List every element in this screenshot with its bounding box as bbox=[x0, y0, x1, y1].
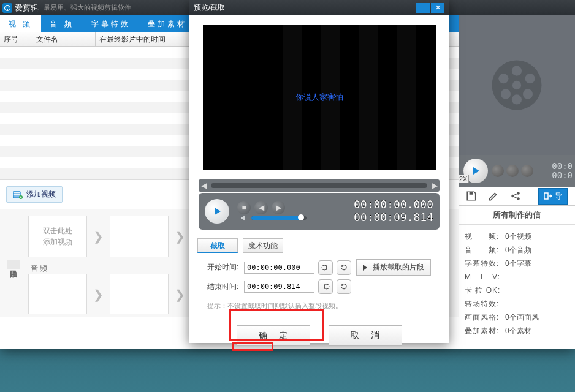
dialog-timecode: 00:00:00.00000:00:09.814 bbox=[354, 198, 433, 224]
add-video-button[interactable]: 添加视频 bbox=[6, 186, 63, 203]
dialog-title: 预览/截取 bbox=[194, 2, 225, 13]
preview-controls: 2X 00:000:0 bbox=[459, 155, 575, 187]
tab-subtitle-fx[interactable]: 字幕特效 bbox=[83, 15, 139, 32]
close-button[interactable]: ✕ bbox=[431, 3, 444, 13]
svg-point-19 bbox=[517, 197, 520, 200]
info-title: 所有制作的信 bbox=[459, 206, 575, 225]
app-title: 爱剪辑 bbox=[15, 2, 39, 13]
scroll-right-icon[interactable]: ▶ bbox=[430, 181, 440, 190]
timeline-side-label: 已添加片段 bbox=[6, 216, 20, 314]
subtab-magic[interactable]: 魔术功能 bbox=[243, 238, 283, 253]
info-row: 字幕特效:0个字幕 bbox=[465, 257, 569, 270]
chevron-icon: ❯ bbox=[175, 287, 185, 302]
scroll-left-icon[interactable]: ◀ bbox=[199, 181, 208, 190]
info-body: 视 频:0个视频 音 频:0个音频 字幕特效:0个字幕 M T V: 卡 拉 O… bbox=[459, 225, 575, 349]
right-panel: 2X 00:000:0 导 所有制作的信 视 频:0个视频 音 频:0个音频 字… bbox=[459, 15, 575, 349]
minimize-button[interactable]: — bbox=[416, 3, 430, 13]
app-logo-icon bbox=[2, 3, 12, 13]
video-slot[interactable]: 双击此处添加视频 bbox=[28, 216, 87, 257]
chevron-icon: ❯ bbox=[175, 229, 185, 244]
zoom-badge[interactable]: 2X bbox=[459, 175, 469, 183]
app-subtitle: 最易用、强大的视频剪辑软件 bbox=[44, 3, 131, 12]
volume-control[interactable] bbox=[240, 214, 307, 222]
play-segment-button[interactable]: 播放截取的片段 bbox=[356, 259, 431, 276]
info-row: 卡 拉 OK: bbox=[465, 284, 569, 297]
scroll-track[interactable] bbox=[211, 183, 427, 188]
tab-overlay[interactable]: 叠加素材 bbox=[139, 15, 196, 32]
reset-start-button[interactable] bbox=[337, 260, 351, 275]
audio-slot[interactable] bbox=[28, 274, 87, 314]
svg-point-14 bbox=[501, 89, 511, 99]
ok-button[interactable]: 确 定 bbox=[237, 325, 310, 346]
svg-point-21 bbox=[324, 284, 329, 289]
svg-point-20 bbox=[322, 265, 327, 270]
dialog-preview-video[interactable]: 你说人家害怕 bbox=[203, 25, 436, 170]
preview-placeholder bbox=[459, 15, 575, 155]
preview-subtitle: 你说人家害怕 bbox=[295, 92, 343, 103]
dialog-play-controls: ■ ◀ ▶ 00:00:00.00000:00:09.814 bbox=[199, 193, 440, 230]
export-button[interactable]: 导 bbox=[538, 188, 568, 205]
svg-point-3 bbox=[7, 9, 8, 10]
info-row: 叠加素材:0个素材 bbox=[465, 324, 569, 337]
preview-clip-dialog: 预览/截取 — ✕ 你说人家害怕 ◀ ▶ ■ ◀ ▶ 0 bbox=[189, 0, 449, 343]
mark-start-button[interactable] bbox=[318, 260, 333, 275]
start-time-label: 开始时间: bbox=[207, 262, 244, 273]
tab-audio[interactable]: 音 频 bbox=[41, 15, 82, 32]
dialog-hint: 提示：不设置截取时间则默认插入整段视频。 bbox=[189, 300, 449, 312]
prev-frame-button[interactable] bbox=[506, 165, 519, 177]
speaker-icon bbox=[240, 214, 249, 222]
svg-point-11 bbox=[512, 94, 522, 104]
svg-point-2 bbox=[8, 6, 9, 7]
svg-rect-16 bbox=[470, 192, 473, 195]
chevron-icon: ❯ bbox=[93, 229, 104, 244]
film-plus-icon bbox=[13, 190, 23, 200]
next-frame-button[interactable] bbox=[521, 165, 533, 177]
video-slot[interactable] bbox=[110, 216, 169, 257]
subtab-clip[interactable]: 截取 bbox=[197, 238, 238, 253]
info-row: 音 频:0个音频 bbox=[465, 243, 569, 257]
info-row: M T V: bbox=[465, 270, 569, 284]
preview-timecode: 00:000:0 bbox=[552, 162, 573, 181]
svg-point-12 bbox=[498, 74, 508, 83]
end-time-input[interactable] bbox=[244, 281, 314, 293]
audio-slot[interactable] bbox=[110, 274, 169, 314]
col-no: 序号 bbox=[0, 32, 32, 46]
stop-button[interactable] bbox=[492, 165, 504, 177]
cancel-button[interactable]: 取 消 bbox=[329, 325, 402, 346]
dialog-subtabs: 截取 魔术功能 bbox=[197, 238, 441, 253]
prev-frame-button[interactable]: ◀ bbox=[254, 201, 268, 214]
stop-button[interactable]: ■ bbox=[237, 201, 251, 214]
save-icon[interactable] bbox=[466, 190, 477, 202]
right-toolbar: 导 bbox=[459, 187, 575, 206]
dialog-play-button[interactable] bbox=[205, 199, 229, 224]
dialog-titlebar[interactable]: 预览/截取 — ✕ bbox=[189, 0, 449, 15]
end-time-label: 结束时间: bbox=[207, 282, 244, 292]
info-row: 画面风格:0个画面风 bbox=[465, 311, 569, 324]
tab-video[interactable]: 视 频 bbox=[0, 15, 41, 32]
share-icon[interactable] bbox=[510, 190, 521, 202]
dialog-scrollbar[interactable]: ◀ ▶ bbox=[199, 179, 440, 192]
svg-point-9 bbox=[512, 81, 521, 89]
info-row: 转场特效: bbox=[465, 297, 569, 311]
svg-point-10 bbox=[512, 66, 522, 76]
export-icon bbox=[544, 192, 552, 200]
edit-icon[interactable] bbox=[488, 190, 499, 202]
svg-point-13 bbox=[525, 74, 535, 83]
chevron-icon: ❯ bbox=[93, 287, 104, 302]
film-reel-icon bbox=[489, 58, 544, 113]
svg-point-1 bbox=[6, 6, 7, 7]
info-row: 视 频:0个视频 bbox=[465, 230, 569, 243]
svg-point-15 bbox=[523, 89, 533, 99]
next-frame-button[interactable]: ▶ bbox=[272, 201, 285, 214]
add-video-label: 添加视频 bbox=[26, 189, 56, 200]
svg-point-18 bbox=[517, 192, 520, 195]
reset-end-button[interactable] bbox=[337, 279, 351, 294]
col-filename: 文件名 bbox=[32, 32, 96, 46]
volume-slider[interactable] bbox=[251, 216, 307, 220]
start-time-input[interactable] bbox=[244, 262, 314, 274]
mark-end-button[interactable] bbox=[318, 279, 333, 294]
